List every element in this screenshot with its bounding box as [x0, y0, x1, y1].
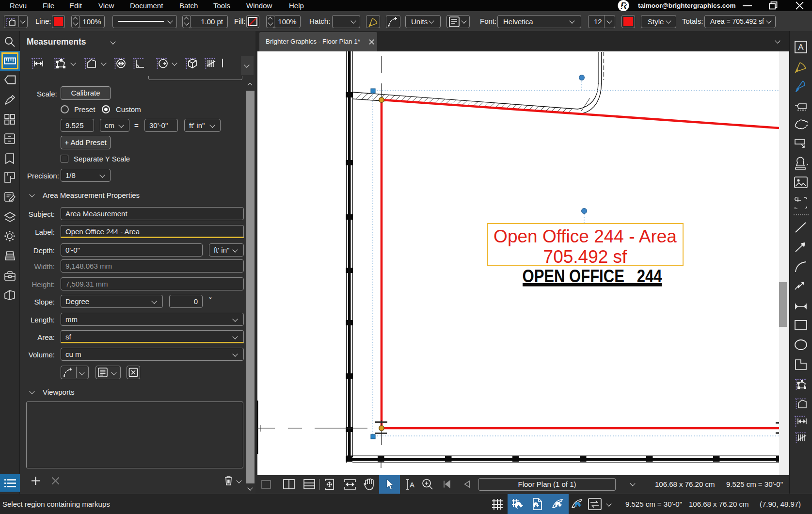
- svg-text:Open Office 244 - Area: Open Office 244 - Area: [494, 226, 677, 246]
- svg-text:OPEN OFFICE 244: OPEN OFFICE 244: [523, 266, 662, 286]
- svg-text:A: A: [410, 481, 414, 489]
- svg-text:705.492 sf: 705.492 sf: [543, 247, 628, 267]
- svg-text:A: A: [798, 43, 804, 52]
